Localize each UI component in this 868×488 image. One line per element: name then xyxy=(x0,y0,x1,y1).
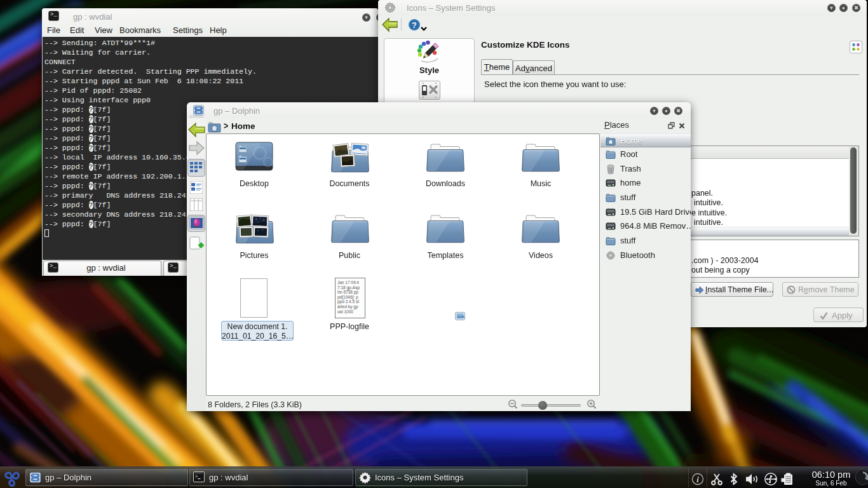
svg-text:?: ? xyxy=(412,20,417,30)
svg-text:i: i xyxy=(696,475,699,484)
